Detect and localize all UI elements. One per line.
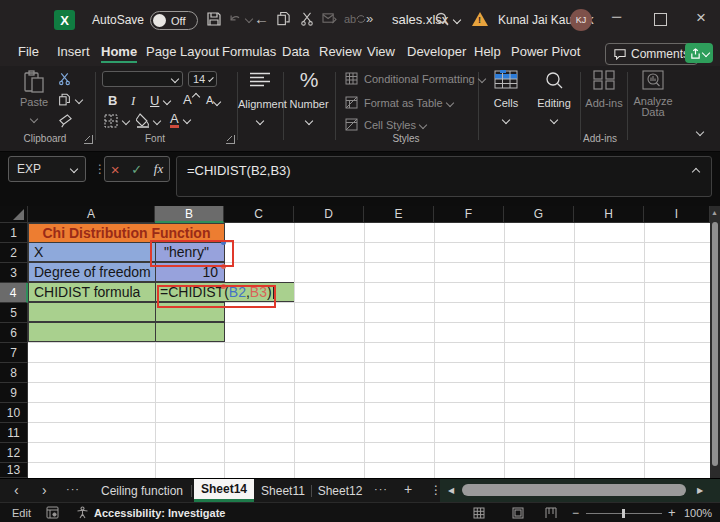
normal-view-icon[interactable] xyxy=(473,507,485,519)
menu-formulas[interactable]: Formulas xyxy=(222,44,276,59)
accessibility-icon[interactable] xyxy=(76,506,89,519)
copy-icon[interactable] xyxy=(276,11,291,27)
alignment-button[interactable]: Alignment xyxy=(238,72,282,128)
font-size-select[interactable]: 14 xyxy=(188,71,217,87)
scroll-up-icon[interactable]: ▲ xyxy=(711,209,718,216)
maximize-button[interactable] xyxy=(654,13,667,26)
col-header-G[interactable]: G xyxy=(504,206,574,223)
col-header-I[interactable]: I xyxy=(644,206,710,223)
clipboard-dialog-launcher[interactable] xyxy=(84,135,93,144)
col-header-B[interactable]: B xyxy=(155,206,224,223)
row-header-4[interactable]: 4 xyxy=(0,283,28,303)
menu-insert[interactable]: Insert xyxy=(57,44,90,59)
tab-ceiling-function[interactable]: Ceiling function xyxy=(95,479,189,502)
search-icon[interactable] xyxy=(434,11,450,27)
sheet-prev-icon[interactable]: ‹ xyxy=(14,482,19,498)
menu-developer[interactable]: Developer xyxy=(407,44,466,59)
row-header-3[interactable]: 3 xyxy=(0,263,28,283)
italic-button[interactable]: I xyxy=(131,93,135,109)
horizontal-scrollbar[interactable]: ◀ ▶ xyxy=(440,479,720,502)
horizontal-scroll-thumb[interactable] xyxy=(462,484,686,496)
cut-icon[interactable] xyxy=(300,11,314,27)
row-header-8[interactable]: 8 xyxy=(0,363,28,383)
tab-sheet11[interactable]: Sheet11 xyxy=(257,479,309,502)
font-name-select[interactable] xyxy=(102,71,183,87)
menu-file[interactable]: File xyxy=(18,44,39,59)
close-button[interactable]: × xyxy=(696,8,706,28)
menu-page-layout[interactable]: Page Layout xyxy=(146,44,219,59)
collapse-ribbon-icon[interactable] xyxy=(696,128,704,136)
paste-button[interactable]: Paste xyxy=(14,70,54,126)
cells-area[interactable]: Chi Distribution Function X "henry" Degr… xyxy=(28,223,710,478)
row-header-12[interactable]: 12 xyxy=(0,443,28,463)
enter-icon[interactable]: ✓ xyxy=(131,162,142,177)
row-header-9[interactable]: 9 xyxy=(0,383,28,403)
zoom-level[interactable]: 100% xyxy=(684,507,712,519)
underline-button[interactable]: U xyxy=(150,93,170,108)
format-painter-icon[interactable] xyxy=(58,114,73,128)
cell-A3[interactable]: Degree of freedom xyxy=(28,262,156,282)
more-commands-icon[interactable]: » xyxy=(366,11,373,26)
col-header-A[interactable]: A xyxy=(28,206,155,223)
row-header-6[interactable]: 6 xyxy=(0,323,28,343)
increase-font-button[interactable]: A xyxy=(183,92,199,107)
user-avatar[interactable]: KJ xyxy=(570,9,592,31)
cut-icon[interactable] xyxy=(58,72,71,86)
select-all-corner[interactable] xyxy=(0,206,28,223)
row-header-5[interactable]: 5 xyxy=(0,303,28,323)
warning-icon[interactable]: ! xyxy=(472,12,488,26)
cell-A6[interactable] xyxy=(28,322,156,342)
cell-A4[interactable]: CHIDIST formula xyxy=(28,282,156,302)
share-button[interactable] xyxy=(685,43,713,63)
row-header-2[interactable]: 2 xyxy=(0,243,28,263)
new-sheet-icon[interactable]: + xyxy=(404,481,412,497)
row-header-13[interactable]: 13 xyxy=(0,463,28,478)
autosave-toggle[interactable]: Off xyxy=(150,11,198,30)
accessibility-status[interactable]: Accessibility: Investigate xyxy=(94,507,225,519)
page-break-view-icon[interactable] xyxy=(545,507,557,519)
cell-A2[interactable]: X xyxy=(28,242,156,262)
more-sheets-icon[interactable]: ··· xyxy=(374,483,388,495)
menu-view[interactable]: View xyxy=(367,44,395,59)
editing-button[interactable]: Editing xyxy=(534,70,574,127)
col-header-C[interactable]: C xyxy=(224,206,294,223)
tab-sheet12[interactable]: Sheet12 xyxy=(314,479,366,502)
bold-button[interactable]: B xyxy=(108,93,117,108)
name-box[interactable]: EXP xyxy=(8,156,86,182)
cell-A5[interactable] xyxy=(28,302,156,322)
row-header-11[interactable]: 11 xyxy=(0,423,28,443)
minimize-button[interactable]: ─ xyxy=(612,9,621,24)
menu-home[interactable]: Home xyxy=(101,44,137,59)
vertical-scrollbar[interactable]: ▲ xyxy=(710,206,720,478)
insert-function-icon[interactable]: fx xyxy=(154,161,163,177)
menu-power-pivot[interactable]: Power Pivot xyxy=(511,44,580,59)
copy-icon[interactable] xyxy=(58,93,82,107)
scroll-right-icon[interactable]: ▶ xyxy=(697,486,703,495)
col-header-F[interactable]: F xyxy=(434,206,504,223)
decrease-font-button[interactable]: A xyxy=(206,94,220,106)
menu-data[interactable]: Data xyxy=(282,44,309,59)
sheet-next-icon[interactable]: › xyxy=(42,482,47,498)
format-as-table-button[interactable]: Format as Table xyxy=(345,96,453,109)
sheet-list-icon[interactable]: ··· xyxy=(66,483,80,495)
zoom-out-icon[interactable]: − xyxy=(572,506,579,520)
page-layout-view-icon[interactable] xyxy=(512,507,524,519)
cancel-icon[interactable]: × xyxy=(111,161,120,178)
borders-button[interactable] xyxy=(104,114,129,128)
document-title[interactable]: sales.xlsx xyxy=(392,12,460,27)
scroll-left-icon[interactable]: ◀ xyxy=(448,486,454,495)
font-dialog-launcher[interactable] xyxy=(226,135,235,144)
zoom-in-icon[interactable]: + xyxy=(668,505,676,520)
font-color-button[interactable]: A xyxy=(170,112,190,128)
fill-color-button[interactable] xyxy=(136,113,160,128)
vertical-scroll-thumb[interactable] xyxy=(712,222,718,466)
col-header-H[interactable]: H xyxy=(574,206,644,223)
macro-record-icon[interactable] xyxy=(46,506,59,519)
row-header-10[interactable]: 10 xyxy=(0,403,28,423)
row-header-7[interactable]: 7 xyxy=(0,343,28,363)
formula-input[interactable]: =CHIDIST(B2,B3) xyxy=(176,156,712,197)
zoom-slider-handle[interactable] xyxy=(622,509,625,518)
menu-review[interactable]: Review xyxy=(319,44,362,59)
cell-B6[interactable] xyxy=(155,322,225,342)
expand-formula-bar-icon[interactable] xyxy=(692,168,700,176)
